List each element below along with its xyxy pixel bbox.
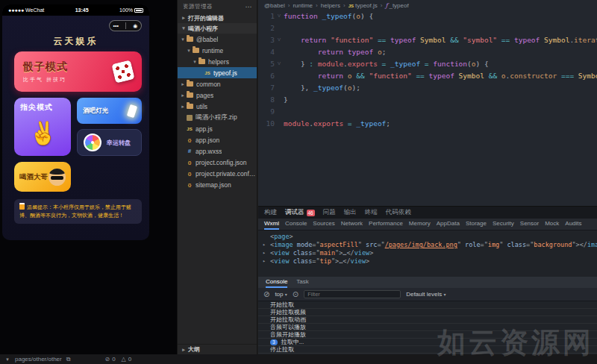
panel-tab-构建[interactable]: 构建 xyxy=(264,208,277,217)
code-line[interactable]: 8} xyxy=(258,94,597,106)
tree-item-app.json[interactable]: {}app.json xyxy=(178,134,257,145)
log-row[interactable]: 3拉取中... xyxy=(258,339,597,346)
panel-tab-代码依赖[interactable]: 代码依赖 xyxy=(386,208,411,217)
log-message: 开始拉取 xyxy=(270,301,294,309)
file-label: app.js xyxy=(196,125,213,133)
console-tab-Task[interactable]: Task xyxy=(296,277,308,288)
bar-light-card[interactable]: 酒吧灯光 xyxy=(77,98,142,124)
tree-item-pages[interactable]: ▸pages xyxy=(178,90,257,101)
code-line[interactable]: 2 xyxy=(258,22,597,34)
code-line[interactable]: 6 return o && "function" == typeof Symbo… xyxy=(258,70,597,82)
open-editors-section[interactable]: ▸ 打开的编辑器 xyxy=(178,13,257,23)
devtools-tab-Network[interactable]: Network xyxy=(341,219,363,230)
devtools-tab-Security[interactable]: Security xyxy=(493,219,514,230)
clear-console-icon[interactable]: ⊘ xyxy=(263,290,269,298)
code-line[interactable]: 7 }, _typeof(o); xyxy=(258,82,597,94)
devtools-tab-Audits[interactable]: Audits xyxy=(565,219,581,230)
capsule-menu[interactable]: ••• ◉ xyxy=(109,20,142,31)
function-symbol-icon: ƒ xyxy=(385,2,387,9)
wxml-node[interactable]: ▸<view class="tip">…</view> xyxy=(263,257,597,266)
dice-mode-subtitle: 比手气 拼技巧 xyxy=(23,76,68,84)
copy-path-icon[interactable]: ⧉ xyxy=(66,356,71,363)
log-row[interactable]: 停止拉取 xyxy=(258,346,597,354)
fold-spacer xyxy=(275,118,284,130)
tree-item-helpers[interactable]: ▾helpers xyxy=(178,56,257,67)
line-number: 8 xyxy=(258,94,275,106)
code-line[interactable]: 4 return typeof o; xyxy=(258,46,597,58)
problem-counts[interactable]: ⊘0 △0 xyxy=(104,356,131,363)
breadcrumb-item[interactable]: helpers xyxy=(321,2,340,9)
arrow-spacer xyxy=(263,233,270,241)
log-row[interactable]: 开始拉取动画 xyxy=(258,316,597,324)
devtools-tab-Console[interactable]: Console xyxy=(285,219,307,230)
code-line[interactable]: 10module.exports = _typeof; xyxy=(258,118,597,130)
tree-item-app.wxss[interactable]: #app.wxss xyxy=(178,145,257,157)
log-levels-selector[interactable]: Default levels ▾ xyxy=(406,291,446,298)
file-label: runtime xyxy=(202,47,223,54)
wxml-node[interactable]: ▸<view class="main">…</view> xyxy=(263,249,597,257)
devtools-tab-Mock[interactable]: Mock xyxy=(545,219,559,230)
tree-item-project.config.json[interactable]: {}project.config.json xyxy=(178,157,257,168)
folder-icon xyxy=(187,37,193,42)
tree-item-project.private.config.js…[interactable]: {}project.private.config.js… xyxy=(178,168,257,179)
tree-item-sitemap.json[interactable]: {}sitemap.json xyxy=(178,179,257,190)
code-line[interactable]: 9 xyxy=(258,106,597,118)
panel-tab-输出[interactable]: 输出 xyxy=(344,208,357,217)
devtools-tab-Sensor[interactable]: Sensor xyxy=(520,219,539,230)
expand-arrow-icon[interactable]: ▸ xyxy=(263,241,270,249)
console-tab-Console[interactable]: Console xyxy=(266,277,287,288)
devtools-tab-Storage[interactable]: Storage xyxy=(466,219,487,230)
panel-tab-终端[interactable]: 终端 xyxy=(365,208,378,217)
capsule-more-icon[interactable]: ••• xyxy=(113,23,119,28)
expand-arrow-icon[interactable]: ▸ xyxy=(263,257,270,266)
breadcrumb-item[interactable]: ƒ_typeof xyxy=(385,2,408,9)
log-row[interactable]: 开始拉取视频 xyxy=(258,309,597,316)
current-page-path[interactable]: pages/other/other xyxy=(15,356,62,363)
devtools-tab-Sources[interactable]: Sources xyxy=(313,219,334,230)
breadcrumb-item[interactable]: @babel xyxy=(264,2,285,9)
code-line[interactable]: 5˅ } : module.exports = _typeof = functi… xyxy=(258,58,597,70)
code-line[interactable]: 3˅ return "function" == typeof Symbol &&… xyxy=(258,34,597,46)
devtools-tab-Memory[interactable]: Memory xyxy=(409,219,431,230)
tree-item-utils[interactable]: ▸utils xyxy=(178,101,257,112)
page-selector-icon[interactable]: ▾ xyxy=(4,357,10,363)
fold-icon[interactable]: ˅ xyxy=(275,58,284,70)
devtools-tab-Performance[interactable]: Performance xyxy=(369,219,403,230)
dice-mode-card[interactable]: 骰子模式 比手气 拼技巧 xyxy=(14,51,142,92)
fold-icon[interactable]: ˅ xyxy=(275,34,284,46)
breadcrumb-item[interactable]: JStypeof.js xyxy=(348,2,378,9)
notice-box: 温馨提示：本小程序仅用于娱乐，禁止用于赌博、酗酒等不良行为，文明饮酒，健康生活！ xyxy=(14,199,142,224)
tree-item-app.js[interactable]: JSapp.js xyxy=(178,123,257,134)
eye-icon[interactable]: ⊙ xyxy=(293,290,298,298)
tree-item-typeof.js[interactable]: JStypeof.js xyxy=(178,67,257,78)
fold-icon[interactable]: ˅ xyxy=(275,10,284,22)
finger-mode-card[interactable]: 指尖模式 ✌ xyxy=(14,98,71,156)
folder-icon xyxy=(193,48,199,53)
outline-section[interactable]: ▸ 大纲 xyxy=(178,344,257,354)
code-area[interactable]: 1˅function _typeof(o) {23˅ return "funct… xyxy=(258,10,597,130)
panel-tab-调试器[interactable]: 调试器46 xyxy=(285,208,315,217)
tree-item-common[interactable]: ▸common xyxy=(178,78,257,90)
log-row[interactable]: 音频可以播放 xyxy=(258,324,597,331)
devtools-tab-Wxml[interactable]: Wxml xyxy=(264,219,279,230)
code-line[interactable]: 1˅function _typeof(o) { xyxy=(258,10,597,22)
filter-input[interactable] xyxy=(304,290,401,298)
wxml-node[interactable]: <page> xyxy=(263,233,597,241)
context-selector[interactable]: top ▾ xyxy=(275,291,287,298)
lucky-wheel-card[interactable]: 幸运转盘 xyxy=(77,129,142,156)
project-root-section[interactable]: ▾ 喝酒小程序 xyxy=(178,23,257,34)
tree-item-喝酒小程序.zip[interactable]: 喝酒小程序.zip xyxy=(178,112,257,123)
devtools-tab-AppData[interactable]: AppData xyxy=(437,219,460,230)
chevron-right-icon: ▸ xyxy=(181,347,187,353)
explorer-more-icon[interactable]: ⋯ xyxy=(246,3,253,10)
log-row[interactable]: 音频开始播放 xyxy=(258,331,597,339)
panel-tab-问题[interactable]: 问题 xyxy=(323,208,336,217)
breadcrumb-item[interactable]: runtime xyxy=(293,2,313,9)
log-row[interactable]: 开始拉取 xyxy=(258,301,597,309)
tree-item-runtime[interactable]: ▾runtime xyxy=(178,45,257,56)
drink-boss-card[interactable]: 喝酒大哥 xyxy=(14,162,71,192)
tree-item-@babel[interactable]: ▾@babel xyxy=(178,34,257,45)
expand-arrow-icon[interactable]: ▸ xyxy=(263,249,270,257)
wxml-node[interactable]: ▸<image mode="aspectFill" src="/pages/im… xyxy=(263,241,597,249)
capsule-home-icon[interactable]: ◉ xyxy=(133,23,137,29)
